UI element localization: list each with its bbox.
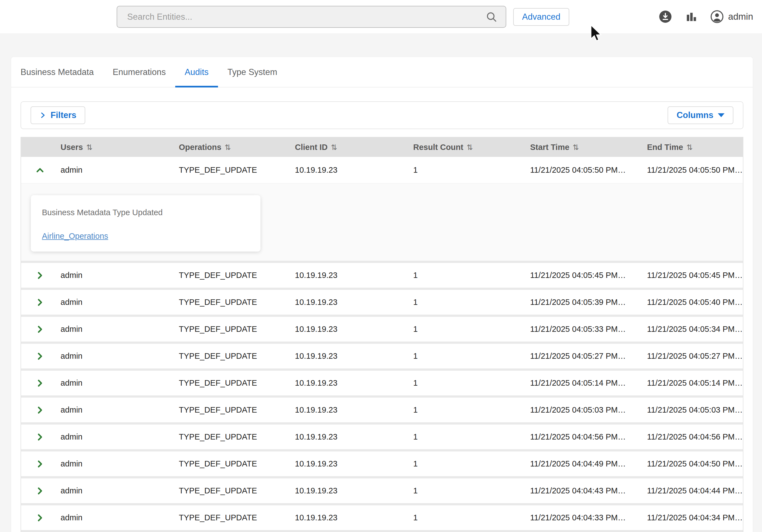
advanced-search-button[interactable]: Advanced bbox=[513, 8, 569, 26]
column-label: End Time bbox=[647, 143, 683, 152]
cell-result-count: 1 bbox=[404, 513, 521, 522]
cell-user: admin bbox=[52, 351, 170, 361]
columns-button[interactable]: Columns bbox=[668, 106, 733, 124]
audit-table: Users ⇅ Operations ⇅ Client ID ⇅ Result … bbox=[21, 137, 743, 532]
sort-icon[interactable]: ⇅ bbox=[686, 143, 693, 152]
table-body: admin TYPE_DEF_UPDATE 10.19.19.23 1 11/2… bbox=[21, 263, 743, 530]
columns-button-label: Columns bbox=[676, 110, 714, 120]
table-row[interactable]: admin TYPE_DEF_UPDATE 10.19.19.23 1 11/2… bbox=[21, 317, 743, 342]
column-label: Operations bbox=[179, 143, 221, 152]
sort-icon[interactable]: ⇅ bbox=[572, 143, 579, 152]
column-header-client-id[interactable]: Client ID ⇅ bbox=[286, 143, 404, 152]
cell-client-id: 10.19.19.23 bbox=[286, 513, 404, 522]
cell-operation: TYPE_DEF_UPDATE bbox=[170, 166, 286, 175]
sort-icon[interactable]: ⇅ bbox=[331, 143, 338, 152]
table-row[interactable]: admin TYPE_DEF_UPDATE 10.19.19.23 1 11/2… bbox=[21, 479, 743, 503]
chevron-right-icon bbox=[35, 325, 45, 334]
tab-business-metadata[interactable]: Business Metadata bbox=[11, 57, 103, 88]
cell-result-count: 1 bbox=[404, 486, 521, 495]
cell-operation: TYPE_DEF_UPDATE bbox=[170, 298, 286, 307]
cell-client-id: 10.19.19.23 bbox=[286, 432, 404, 441]
cell-user: admin bbox=[52, 298, 170, 307]
expand-row-button[interactable] bbox=[21, 351, 52, 361]
tab-type-system[interactable]: Type System bbox=[218, 57, 287, 88]
cell-result-count: 1 bbox=[404, 298, 521, 307]
expand-row-button[interactable] bbox=[21, 486, 52, 495]
user-menu[interactable]: admin bbox=[710, 10, 753, 23]
audit-detail-entity-link[interactable]: Airline_Operations bbox=[42, 232, 108, 241]
table-row[interactable]: admin TYPE_DEF_UPDATE 10.19.19.23 1 11/2… bbox=[21, 344, 743, 368]
table-row[interactable]: admin TYPE_DEF_UPDATE 10.19.19.23 1 11/2… bbox=[21, 263, 743, 288]
chevron-right-icon bbox=[35, 486, 45, 495]
cell-end-time: 11/21/2025 04:05:45 PM… bbox=[638, 271, 743, 280]
statistics-chart-icon[interactable] bbox=[685, 11, 697, 23]
caret-down-icon bbox=[718, 113, 724, 117]
cell-start-time: 11/21/2025 04:05:27 PM… bbox=[521, 351, 638, 361]
column-header-operations[interactable]: Operations ⇅ bbox=[170, 143, 286, 152]
column-label: Users bbox=[60, 143, 83, 152]
tab-audits[interactable]: Audits bbox=[175, 57, 218, 88]
cell-end-time: 11/21/2025 04:05:50 PM… bbox=[638, 166, 743, 175]
sort-icon[interactable]: ⇅ bbox=[86, 143, 93, 152]
cell-client-id: 10.19.19.23 bbox=[286, 351, 404, 361]
cell-start-time: 11/21/2025 04:05:45 PM… bbox=[521, 271, 638, 280]
cell-result-count: 1 bbox=[404, 325, 521, 334]
cell-start-time: 11/21/2025 04:04:43 PM… bbox=[521, 486, 638, 495]
cell-result-count: 1 bbox=[404, 271, 521, 280]
table-row[interactable]: admin TYPE_DEF_UPDATE 10.19.19.23 1 11/2… bbox=[21, 398, 743, 422]
expand-row-button[interactable] bbox=[21, 298, 52, 307]
topbar-actions: admin bbox=[659, 0, 753, 33]
expand-row-button[interactable] bbox=[21, 378, 52, 388]
expand-row-button[interactable] bbox=[21, 459, 52, 469]
column-label: Result Count bbox=[413, 143, 463, 152]
cell-user: admin bbox=[52, 378, 170, 388]
expand-row-button[interactable] bbox=[21, 432, 52, 442]
cell-client-id: 10.19.19.23 bbox=[286, 378, 404, 388]
chevron-right-icon bbox=[35, 459, 45, 469]
audit-detail-card: Business Metadata Type Updated Airline_O… bbox=[31, 195, 261, 252]
page-background: Business Metadata Enumerations Audits Ty… bbox=[0, 33, 762, 532]
expand-row-button[interactable] bbox=[21, 325, 52, 334]
cell-result-count: 1 bbox=[404, 351, 521, 361]
filters-button[interactable]: Filters bbox=[31, 106, 85, 124]
table-row[interactable]: admin TYPE_DEF_UPDATE 10.19.19.23 1 11/2… bbox=[21, 424, 743, 449]
cell-operation: TYPE_DEF_UPDATE bbox=[170, 271, 286, 280]
column-header-result-count[interactable]: Result Count ⇅ bbox=[404, 143, 521, 152]
cell-operation: TYPE_DEF_UPDATE bbox=[170, 432, 286, 441]
search-icon[interactable] bbox=[485, 11, 498, 23]
expand-row-button[interactable] bbox=[21, 271, 52, 280]
table-row[interactable]: admin TYPE_DEF_UPDATE 10.19.19.23 1 11/2… bbox=[21, 505, 743, 530]
sort-icon[interactable]: ⇅ bbox=[467, 143, 473, 152]
cell-client-id: 10.19.19.23 bbox=[286, 298, 404, 307]
cell-client-id: 10.19.19.23 bbox=[286, 325, 404, 334]
cell-result-count: 1 bbox=[404, 405, 521, 415]
collapse-row-button[interactable] bbox=[21, 166, 52, 175]
sort-icon[interactable]: ⇅ bbox=[225, 143, 231, 152]
tab-enumerations[interactable]: Enumerations bbox=[103, 57, 175, 88]
column-header-end-time[interactable]: End Time ⇅ bbox=[638, 143, 743, 152]
cell-operation: TYPE_DEF_UPDATE bbox=[170, 486, 286, 495]
cell-start-time: 11/21/2025 04:05:50 PM… bbox=[521, 166, 638, 175]
cell-user: admin bbox=[52, 513, 170, 522]
cell-start-time: 11/21/2025 04:05:03 PM… bbox=[521, 405, 638, 415]
cell-result-count: 1 bbox=[404, 432, 521, 441]
cell-user: admin bbox=[52, 459, 170, 468]
cell-operation: TYPE_DEF_UPDATE bbox=[170, 378, 286, 388]
cell-operation: TYPE_DEF_UPDATE bbox=[170, 351, 286, 361]
chevron-right-icon bbox=[35, 513, 45, 523]
expand-row-button[interactable] bbox=[21, 513, 52, 523]
search-input[interactable] bbox=[117, 6, 485, 27]
audit-detail-title: Business Metadata Type Updated bbox=[42, 208, 261, 217]
cell-user: admin bbox=[52, 486, 170, 495]
expand-row-button[interactable] bbox=[21, 405, 52, 415]
cell-result-count: 1 bbox=[404, 459, 521, 468]
cell-start-time: 11/21/2025 04:04:33 PM… bbox=[521, 513, 638, 522]
table-row[interactable]: admin TYPE_DEF_UPDATE 10.19.19.23 1 11/2… bbox=[21, 290, 743, 315]
cell-start-time: 11/21/2025 04:05:33 PM… bbox=[521, 325, 638, 334]
table-row[interactable]: admin TYPE_DEF_UPDATE 10.19.19.23 1 11/2… bbox=[21, 451, 743, 476]
download-icon[interactable] bbox=[659, 10, 672, 23]
column-header-users[interactable]: Users ⇅ bbox=[52, 143, 170, 152]
table-row[interactable]: admin TYPE_DEF_UPDATE 10.19.19.23 1 11/2… bbox=[21, 371, 743, 395]
column-header-start-time[interactable]: Start Time ⇅ bbox=[521, 143, 638, 152]
table-row-expanded[interactable]: admin TYPE_DEF_UPDATE 10.19.19.23 1 11/2… bbox=[21, 157, 743, 183]
